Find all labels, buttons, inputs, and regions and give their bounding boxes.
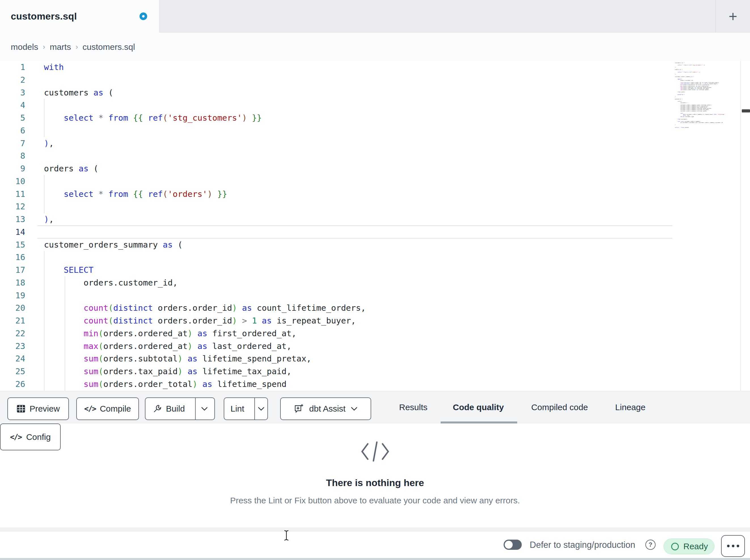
more-options-button[interactable] bbox=[721, 535, 745, 557]
chevron-down-icon bbox=[351, 407, 358, 411]
dot-icon bbox=[732, 545, 734, 547]
status-bar: Defer to staging/production ? Ready bbox=[0, 531, 750, 558]
breadcrumb: models › marts › customers.sql bbox=[11, 33, 135, 61]
help-icon[interactable]: ? bbox=[645, 540, 656, 550]
assist-sparkle-icon bbox=[294, 403, 304, 414]
line-number: 9 bbox=[0, 162, 25, 175]
code-line[interactable] bbox=[44, 289, 366, 302]
code-line[interactable] bbox=[44, 124, 366, 137]
code-line[interactable] bbox=[44, 149, 366, 162]
code-icon: </> bbox=[84, 405, 96, 413]
dot-icon bbox=[737, 545, 739, 547]
code-line[interactable]: count(distinct orders.order_id) > 1 as i… bbox=[44, 314, 366, 327]
ready-circle-icon bbox=[671, 543, 679, 551]
line-number: 13 bbox=[0, 213, 25, 226]
tab-compiled-code[interactable]: Compiled code bbox=[528, 391, 591, 423]
build-button[interactable]: Build bbox=[146, 398, 191, 419]
code-line[interactable]: select * from {{ ref('stg_customers') }} bbox=[44, 111, 366, 124]
dbt-assist-button[interactable]: dbt Assist bbox=[280, 397, 371, 420]
table-icon bbox=[17, 404, 25, 413]
lint-button[interactable]: Lint bbox=[224, 398, 250, 419]
code-line[interactable]: customer_orders_summary as ( bbox=[44, 238, 366, 251]
code-line[interactable] bbox=[44, 200, 366, 213]
code-line[interactable]: orders as ( bbox=[44, 162, 366, 175]
tab-code-quality[interactable]: Code quality bbox=[448, 391, 509, 423]
code-line[interactable]: orders.customer_id, bbox=[44, 276, 366, 289]
empty-state-title: There is nothing here bbox=[0, 477, 750, 488]
window-bottom-edge bbox=[0, 558, 750, 560]
code-line[interactable]: ), bbox=[44, 137, 366, 150]
chevron-down-icon bbox=[258, 407, 264, 411]
build-label: Build bbox=[166, 404, 185, 414]
code-line[interactable]: sum(orders.subtotal) as lifetime_spend_p… bbox=[44, 352, 366, 365]
empty-state-description: Press the Lint or Fix button above to ev… bbox=[0, 496, 750, 505]
code-line[interactable]: sum(orders.order_total) as lifetime_spen… bbox=[44, 378, 366, 391]
breadcrumb-models[interactable]: models bbox=[11, 42, 38, 52]
line-number: 14 bbox=[0, 226, 25, 238]
panel-toolbar: Preview </> Compile Build Lint bbox=[0, 391, 750, 423]
build-dropdown-button[interactable] bbox=[195, 398, 213, 419]
line-number: 2 bbox=[0, 74, 25, 86]
status-badge: Ready bbox=[664, 538, 714, 554]
preview-button[interactable]: Preview bbox=[7, 397, 69, 420]
code-line[interactable]: count(distinct orders.order_id) as count… bbox=[44, 302, 366, 314]
toggle-knob bbox=[505, 541, 513, 549]
breadcrumb-customers-sql[interactable]: customers.sql bbox=[82, 42, 135, 52]
code-slash-icon bbox=[360, 459, 390, 463]
line-number: 10 bbox=[0, 175, 25, 188]
editor-tab-bar: customers.sql + bbox=[0, 0, 750, 33]
empty-state: There is nothing here Press the Lint or … bbox=[0, 440, 750, 505]
breadcrumb-separator: › bbox=[75, 42, 78, 51]
code-line[interactable] bbox=[44, 226, 366, 238]
line-number: 4 bbox=[0, 99, 25, 111]
code-line[interactable]: SELECT bbox=[44, 264, 366, 276]
compile-label: Compile bbox=[100, 404, 131, 414]
line-number: 26 bbox=[0, 378, 25, 391]
line-number: 24 bbox=[0, 352, 25, 365]
chevron-down-icon bbox=[201, 407, 208, 411]
line-number: 6 bbox=[0, 124, 25, 137]
text-cursor-pointer bbox=[283, 530, 289, 542]
line-number: 25 bbox=[0, 365, 25, 378]
defer-toggle[interactable] bbox=[504, 540, 522, 550]
tab-lineage[interactable]: Lineage bbox=[614, 391, 647, 423]
line-number: 17 bbox=[0, 264, 25, 276]
tab-results[interactable]: Results bbox=[398, 391, 429, 423]
breadcrumb-marts[interactable]: marts bbox=[50, 42, 71, 52]
code-line[interactable]: ), bbox=[44, 213, 366, 226]
code-line[interactable]: sum(orders.tax_paid) as lifetime_tax_pai… bbox=[44, 365, 366, 378]
minimap[interactable]: with customers as ( select * from {{ ref… bbox=[675, 61, 741, 133]
line-number: 16 bbox=[0, 251, 25, 264]
line-number: 20 bbox=[0, 302, 25, 314]
new-tab-button[interactable]: + bbox=[720, 5, 746, 28]
line-number: 18 bbox=[0, 276, 25, 289]
breadcrumb-separator: › bbox=[43, 42, 45, 51]
code-line[interactable]: min(orders.ordered_at) as first_ordered_… bbox=[44, 327, 366, 340]
code-text[interactable]: withcustomers as ( select * from {{ ref(… bbox=[44, 61, 366, 391]
tabbar-divider bbox=[715, 0, 716, 33]
line-number-gutter: 1234567891011121314151617181920212223242… bbox=[0, 61, 25, 391]
line-number: 19 bbox=[0, 289, 25, 302]
code-editor[interactable]: 1234567891011121314151617181920212223242… bbox=[0, 61, 750, 391]
line-number: 22 bbox=[0, 327, 25, 340]
lint-dropdown-button[interactable] bbox=[254, 398, 268, 419]
scrollbar-handle[interactable] bbox=[742, 109, 750, 112]
wrench-icon bbox=[153, 404, 162, 413]
code-line[interactable] bbox=[44, 74, 366, 86]
code-line[interactable] bbox=[44, 99, 366, 111]
code-line[interactable]: select * from {{ ref('orders') }} bbox=[44, 188, 366, 201]
lint-label: Lint bbox=[231, 404, 244, 414]
line-number: 23 bbox=[0, 340, 25, 353]
active-tab-underline bbox=[441, 421, 517, 423]
line-number: 12 bbox=[0, 200, 25, 213]
code-line[interactable]: customers as ( bbox=[44, 86, 366, 99]
code-line[interactable]: with bbox=[44, 61, 366, 74]
lint-split-button: Lint bbox=[224, 397, 268, 420]
line-number: 8 bbox=[0, 149, 25, 162]
code-line[interactable] bbox=[44, 251, 366, 264]
compile-button[interactable]: </> Compile bbox=[76, 397, 139, 420]
code-line[interactable]: max(orders.ordered_at) as last_ordered_a… bbox=[44, 340, 366, 353]
code-line[interactable] bbox=[44, 175, 366, 188]
tab-customers-sql[interactable]: customers.sql bbox=[0, 0, 159, 33]
file-header-row: models › marts › customers.sql bbox=[0, 33, 750, 61]
